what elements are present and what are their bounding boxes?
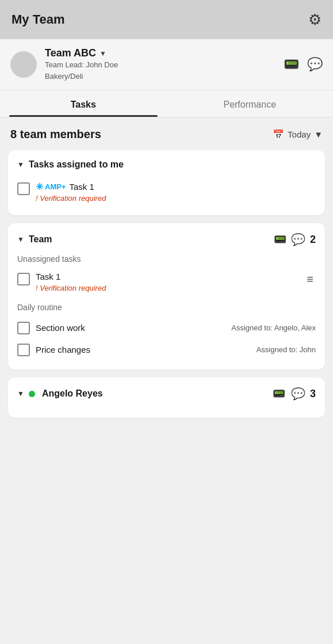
date-filter[interactable]: 📅 Today ▼ (273, 129, 323, 140)
unassigned-task-row: Task 1 ! Verification required ≡ (17, 268, 316, 296)
tabs-bar: Tasks Performance (0, 90, 333, 117)
task-checkbox[interactable] (17, 182, 30, 195)
angelo-card-header: ▼ Angelo Reyes 📟 💬 3 (17, 387, 316, 401)
amp-logo: ✳ AMP+ (36, 181, 66, 192)
team-name: Team ABC (45, 47, 96, 59)
team-card-title: Team (29, 234, 269, 245)
team-badge: 2 (310, 234, 316, 246)
team-chat-icon[interactable]: 💬 (291, 233, 305, 246)
team-info-bar: Team ABC ▼ Team Lead: John Doe Bakery/De… (0, 39, 333, 90)
task-row: ✳ AMP+ Task 1 ! Verification required (17, 178, 316, 206)
section-work-assigned: Assigned to: Angelo, Alex (231, 323, 316, 332)
unassigned-verification: ! Verification required (36, 284, 298, 292)
unassigned-checkbox[interactable] (17, 273, 30, 285)
team-expand-arrow[interactable]: ▼ (17, 235, 24, 243)
app-title: My Team (12, 12, 65, 27)
unassigned-label: Unassigned tasks (17, 254, 316, 264)
chat-icon[interactable]: 💬 (307, 57, 323, 72)
task-name-row: ✳ AMP+ Task 1 (36, 181, 316, 192)
task-menu-icon[interactable]: ≡ (304, 272, 316, 287)
angelo-card: ▼ Angelo Reyes 📟 💬 3 (8, 378, 325, 418)
unassigned-task-name: Task 1 (36, 272, 60, 281)
assigned-expand-arrow[interactable]: ▼ (17, 161, 24, 169)
amp-star-icon: ✳ (36, 181, 43, 192)
angelo-badge: 3 (310, 388, 316, 400)
date-dropdown-arrow: ▼ (314, 129, 323, 139)
date-label: Today (288, 129, 311, 139)
walkie-talkie-icon[interactable]: 📟 (284, 57, 299, 72)
price-changes-row: Price changes Assigned to: John (17, 338, 316, 360)
team-card-header: ▼ Team 📟 💬 2 (17, 233, 316, 246)
section-work-checkbox[interactable] (17, 322, 30, 334)
verification-note: ! Verification required (36, 194, 316, 203)
section-work-row: Section work Assigned to: Angelo, Alex (17, 317, 316, 338)
team-name-row[interactable]: Team ABC ▼ (45, 47, 275, 59)
section-work-name: Section work (36, 323, 225, 333)
daily-routine-label: Daily routine (17, 303, 316, 312)
task-content: ✳ AMP+ Task 1 ! Verification required (36, 181, 316, 203)
team-walkie-talkie-icon[interactable]: 📟 (274, 233, 286, 246)
team-lead: Team Lead: John Doe (45, 59, 275, 71)
calendar-icon: 📅 (273, 129, 284, 140)
tab-performance[interactable]: Performance (167, 90, 334, 117)
amp-plus-text: AMP+ (45, 182, 66, 191)
angelo-walkie-icon[interactable]: 📟 (273, 387, 285, 400)
price-changes-checkbox[interactable] (17, 344, 30, 356)
team-action-icons: 📟 💬 (284, 57, 323, 72)
members-header: 8 team members 📅 Today ▼ (8, 128, 325, 141)
online-status-dot (29, 391, 35, 397)
unassigned-task-content: Task 1 ! Verification required (36, 272, 298, 292)
assigned-card-title: Tasks assigned to me (29, 159, 316, 170)
team-dropdown-arrow[interactable]: ▼ (99, 49, 106, 58)
angelo-expand-arrow[interactable]: ▼ (17, 390, 24, 398)
angelo-chat-icon[interactable]: 💬 (291, 387, 305, 401)
assigned-card-header: ▼ Tasks assigned to me (17, 159, 316, 170)
assigned-to-me-card: ▼ Tasks assigned to me ✳ AMP+ Task 1 ! V… (8, 150, 325, 215)
avatar (10, 51, 37, 78)
team-card: ▼ Team 📟 💬 2 Unassigned tasks Task 1 ! V… (8, 223, 325, 369)
price-changes-name: Price changes (36, 345, 251, 355)
team-department: Bakery/Deli (45, 71, 275, 82)
members-count: 8 team members (10, 128, 101, 141)
app-header: My Team ⚙ (0, 0, 333, 39)
gear-icon[interactable]: ⚙ (308, 11, 321, 29)
assigned-task-name: Task 1 (69, 182, 94, 192)
main-content: 8 team members 📅 Today ▼ ▼ Tasks assigne… (0, 117, 333, 436)
team-name-area: Team ABC ▼ Team Lead: John Doe Bakery/De… (45, 47, 275, 82)
angelo-name: Angelo Reyes (42, 388, 268, 399)
angelo-icons: 📟 💬 (273, 387, 305, 401)
tab-tasks[interactable]: Tasks (0, 90, 167, 117)
price-changes-assigned: Assigned to: John (257, 345, 316, 354)
